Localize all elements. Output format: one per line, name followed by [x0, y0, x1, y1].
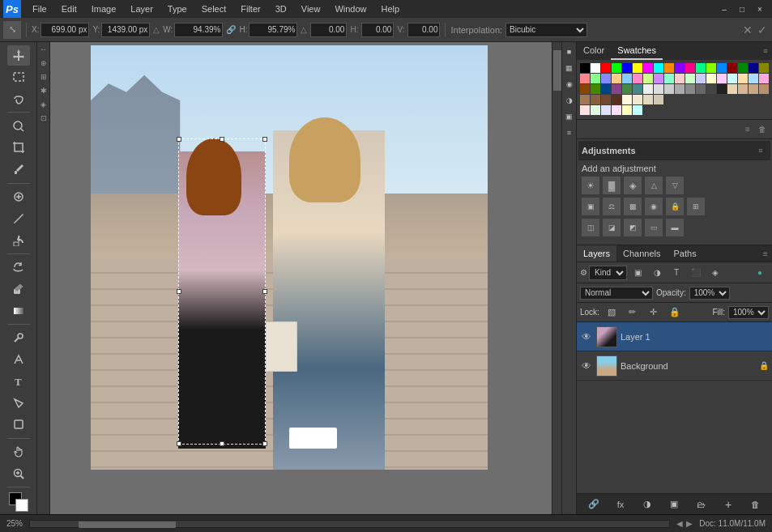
next-frame-button[interactable]: ▶ [686, 519, 693, 528]
adj-colorlookup-icon[interactable]: ⊞ [687, 198, 705, 215]
shape-tool[interactable] [7, 415, 30, 435]
swatch-14[interactable] [727, 63, 737, 73]
menu-filter[interactable]: Filter [234, 2, 267, 15]
adjustments-icon[interactable]: ◑ [563, 94, 576, 107]
chain-link-icon[interactable]: 🔗 [226, 25, 236, 34]
clone-stamp-tool[interactable] [7, 230, 30, 250]
swatch-60[interactable] [580, 95, 590, 104]
channels-icon[interactable]: ≡ [563, 126, 576, 139]
hand-tool[interactable] [7, 442, 30, 462]
swatch-32[interactable] [706, 74, 716, 83]
adj-bw-icon[interactable]: ▩ [624, 198, 642, 215]
pen-tool[interactable] [7, 350, 30, 370]
transform-mode-icon[interactable]: ⤡ [3, 21, 21, 39]
menu-help[interactable]: Help [375, 2, 407, 15]
side-icon6[interactable]: ⊡ [38, 113, 49, 124]
swatch-3[interactable] [612, 63, 621, 73]
swatch-46[interactable] [643, 84, 653, 94]
minimize-button[interactable]: – [715, 0, 733, 18]
menu-edit[interactable]: Edit [55, 2, 83, 15]
blend-mode-select[interactable]: Normal Dissolve Multiply Screen Overlay [580, 287, 653, 300]
lock-paint-icon[interactable]: ✏ [624, 305, 642, 320]
commit-transform-icon[interactable]: ✓ [756, 23, 769, 36]
swatch-31[interactable] [696, 74, 706, 83]
quick-select-tool[interactable] [7, 116, 30, 136]
layers-icon[interactable]: ▣ [563, 110, 576, 123]
horizontal-scrollbar[interactable] [29, 520, 670, 528]
swatch-66[interactable] [643, 95, 653, 104]
swatch-29[interactable] [675, 74, 685, 83]
swatch-6[interactable] [643, 63, 653, 73]
background-visibility-toggle[interactable]: 👁 [580, 360, 593, 372]
fill-select[interactable]: 100% [728, 306, 769, 319]
swatch-15[interactable] [738, 63, 748, 73]
adj-selectcolor-icon[interactable]: ▬ [666, 219, 684, 236]
swatch-73[interactable] [612, 105, 621, 115]
swatch-41[interactable] [591, 84, 600, 94]
v-scroll-thumb[interactable] [553, 50, 561, 91]
layer-mask-button[interactable]: ◑ [638, 497, 656, 512]
swatch-21[interactable] [591, 74, 600, 83]
swatch-13[interactable] [717, 63, 727, 73]
swatch-45[interactable] [633, 84, 642, 94]
filter-smartobj-icon[interactable]: ◈ [706, 266, 724, 280]
lock-position-icon[interactable]: ✛ [645, 305, 663, 320]
swatch-25[interactable] [633, 74, 642, 83]
y-input[interactable] [101, 23, 150, 37]
swatch-64[interactable] [622, 95, 632, 104]
swatch-71[interactable] [591, 105, 600, 115]
filter-type-icon[interactable]: T [668, 266, 685, 280]
swatch-20[interactable] [580, 74, 590, 83]
color-icon[interactable]: ■ [563, 45, 576, 58]
swatch-26[interactable] [643, 74, 653, 83]
swatch-11[interactable] [696, 63, 706, 73]
swatch-7[interactable] [654, 63, 663, 73]
swatch-17[interactable] [759, 63, 769, 73]
swatch-65[interactable] [633, 95, 642, 104]
swatch-0[interactable] [580, 63, 590, 73]
filter-shape-icon[interactable]: ⬛ [687, 266, 705, 280]
prev-frame-button[interactable]: ◀ [676, 519, 683, 528]
swatch-53[interactable] [717, 84, 727, 94]
menu-select[interactable]: Select [195, 2, 233, 15]
history-brush-tool[interactable] [7, 257, 30, 278]
adj-delete-icon[interactable]: 🗑 [756, 123, 769, 136]
swatch-63[interactable] [612, 95, 621, 104]
layers-menu-icon[interactable]: ≡ [759, 247, 772, 260]
adj-posterize-icon[interactable]: ◪ [603, 219, 621, 236]
swatch-35[interactable] [738, 74, 748, 83]
adj-invert-icon[interactable]: ◫ [582, 219, 599, 236]
swatch-9[interactable] [675, 63, 685, 73]
side-icon3[interactable]: ⊞ [38, 71, 49, 83]
side-icon2[interactable]: ⊕ [38, 57, 49, 69]
swatch-51[interactable] [696, 84, 706, 94]
adj-colorbalance-icon[interactable]: ⚖ [603, 198, 621, 215]
swatch-2[interactable] [601, 63, 611, 73]
w-input[interactable] [174, 23, 223, 37]
swatch-56[interactable] [749, 84, 758, 94]
h-input[interactable] [249, 23, 297, 37]
swatch-27[interactable] [654, 74, 663, 83]
menu-3d[interactable]: 3D [269, 2, 293, 15]
new-group-button[interactable]: 🗁 [693, 497, 710, 512]
gradient-swatch-icon[interactable]: ▦ [563, 62, 576, 74]
swatch-1[interactable] [591, 63, 600, 73]
tab-swatches[interactable]: Swatches [611, 42, 663, 60]
photo-canvas[interactable] [91, 45, 488, 470]
menu-image[interactable]: Image [85, 2, 123, 15]
swatch-34[interactable] [727, 74, 737, 83]
menu-window[interactable]: Window [328, 2, 373, 15]
swatch-67[interactable] [654, 95, 663, 104]
tab-layers[interactable]: Layers [577, 245, 616, 262]
adj-exposure-icon[interactable]: △ [645, 177, 663, 194]
adj-levels-icon[interactable]: ▓ [603, 177, 621, 194]
layer-item-1[interactable]: 👁 Layer 1 [577, 322, 772, 351]
styles-icon[interactable]: ◉ [563, 78, 576, 91]
eyedropper-tool[interactable] [7, 160, 30, 180]
healing-brush-tool[interactable] [7, 186, 30, 206]
side-move-icon[interactable]: ↔ [38, 44, 49, 55]
tab-paths[interactable]: Paths [668, 245, 703, 262]
swatch-28[interactable] [664, 74, 674, 83]
swatch-50[interactable] [685, 84, 695, 94]
side-icon5[interactable]: ◈ [38, 99, 49, 110]
